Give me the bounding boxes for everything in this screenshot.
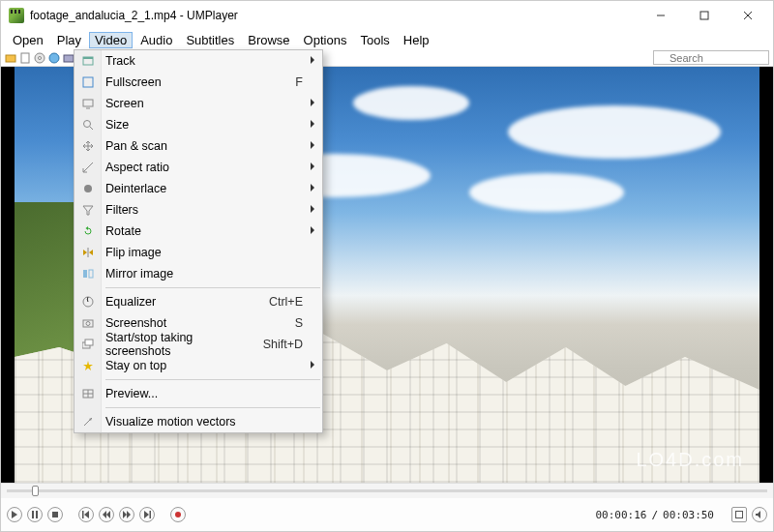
svg-marker-53 <box>127 511 131 518</box>
rotate-icon <box>80 223 96 239</box>
svg-marker-30 <box>89 250 93 255</box>
menu-separator <box>105 287 320 288</box>
svg-marker-52 <box>123 511 127 518</box>
stop-button[interactable] <box>47 507 63 522</box>
svg-line-22 <box>90 127 93 130</box>
svg-rect-32 <box>89 270 93 278</box>
tool-url-icon[interactable] <box>48 52 60 64</box>
menu-item-equalizer[interactable]: EqualizerCtrl+E <box>74 291 322 312</box>
menu-item-screen[interactable]: Screen <box>74 93 322 114</box>
svg-rect-57 <box>736 512 743 518</box>
menu-item-deinterlace[interactable]: Deinterlace <box>74 178 322 199</box>
menu-item-pan-scan[interactable]: Pan & scan <box>74 135 322 157</box>
tool-open-icon[interactable] <box>5 52 16 64</box>
menu-item-shortcut: Shift+D <box>263 338 303 351</box>
minimize-button[interactable] <box>639 2 682 29</box>
menu-play[interactable]: Play <box>51 32 87 48</box>
seek-bar[interactable] <box>1 483 773 498</box>
svg-marker-28 <box>86 226 89 230</box>
svg-rect-4 <box>6 55 15 62</box>
svg-rect-46 <box>36 511 38 518</box>
mute-button[interactable] <box>752 507 767 522</box>
svg-rect-18 <box>83 77 93 87</box>
menu-video[interactable]: Video <box>89 32 133 48</box>
tool-disc-icon[interactable] <box>34 52 45 64</box>
menu-item-preview[interactable]: Preview... <box>74 383 322 404</box>
svg-line-23 <box>83 163 93 172</box>
menu-options[interactable]: Options <box>298 32 353 48</box>
tool-file-icon[interactable] <box>19 52 31 64</box>
prev-button[interactable] <box>78 507 94 522</box>
menu-item-fullscreen[interactable]: FullscreenF <box>74 72 322 93</box>
menu-item-start-stop-taking-screenshots[interactable]: Start/stop taking screenshotsShift+D <box>74 334 322 355</box>
menu-audio[interactable]: Audio <box>134 32 178 48</box>
record-button[interactable] <box>170 507 186 522</box>
maximize-button[interactable] <box>682 2 726 29</box>
submenu-arrow-icon <box>311 120 314 128</box>
menu-item-label: Size <box>105 118 303 132</box>
filters-icon <box>80 202 96 218</box>
svg-marker-50 <box>103 511 106 518</box>
svg-rect-1 <box>700 12 708 19</box>
svg-marker-27 <box>83 206 93 215</box>
submenu-arrow-icon <box>311 56 314 64</box>
menu-item-aspect-ratio[interactable]: Aspect ratio <box>74 157 322 178</box>
fullscreen-button[interactable] <box>731 507 747 522</box>
menu-item-label: Track <box>105 54 303 68</box>
svg-point-35 <box>86 322 90 326</box>
window-title: footage_andalucia_2_1.mp4 - UMPlayer <box>30 9 238 22</box>
seek-thumb[interactable] <box>32 486 39 496</box>
video-menu-dropdown: TrackFullscreenFScreenSizePan & scanAspe… <box>74 49 323 433</box>
menu-item-label: Rotate <box>105 224 303 238</box>
playback-controls: 00:00:16 / 00:03:50 <box>1 498 773 531</box>
search-input[interactable] <box>653 50 769 65</box>
submenu-arrow-icon <box>311 163 314 170</box>
menu-item-label: Fullscreen <box>105 75 282 89</box>
svg-point-7 <box>39 56 42 59</box>
menu-help[interactable]: Help <box>398 32 435 48</box>
svg-point-26 <box>84 185 92 192</box>
menu-item-label: Preview... <box>105 387 303 400</box>
menu-item-mirror-image[interactable]: Mirror image <box>74 263 322 284</box>
svg-marker-38 <box>83 361 93 370</box>
menu-item-label: Deinterlace <box>105 182 303 195</box>
menu-item-label: Stay on top <box>105 359 303 372</box>
svg-point-21 <box>84 121 91 128</box>
forward-button[interactable] <box>119 507 134 522</box>
rewind-button[interactable] <box>99 507 114 522</box>
menu-item-visualize-motion-vectors[interactable]: Visualize motion vectors <box>74 411 322 432</box>
svg-rect-45 <box>32 511 34 518</box>
svg-marker-54 <box>144 511 149 518</box>
menu-item-shortcut: Ctrl+E <box>269 295 303 309</box>
vectors-icon <box>80 414 96 429</box>
titlebar: footage_andalucia_2_1.mp4 - UMPlayer <box>1 1 773 30</box>
menu-open[interactable]: Open <box>7 32 49 48</box>
pause-button[interactable] <box>27 507 43 522</box>
svg-marker-58 <box>756 511 760 518</box>
size-icon <box>80 117 96 133</box>
app-icon <box>9 8 24 23</box>
menu-tools[interactable]: Tools <box>354 32 395 48</box>
menu-item-label: Flip image <box>105 246 303 259</box>
menu-item-label: Screenshot <box>105 316 282 330</box>
menu-browse[interactable]: Browse <box>242 32 295 48</box>
menu-item-track[interactable]: Track <box>74 50 322 72</box>
svg-rect-5 <box>21 53 29 63</box>
menu-separator <box>105 407 320 408</box>
menu-item-rotate[interactable]: Rotate <box>74 221 322 242</box>
menu-subtitles[interactable]: Subtitles <box>180 32 240 48</box>
play-button[interactable] <box>7 507 22 522</box>
menu-item-label: Equalizer <box>105 295 255 309</box>
next-button[interactable] <box>139 507 155 522</box>
time-current: 00:00:16 <box>595 509 646 521</box>
equalizer-icon <box>80 294 96 310</box>
menu-item-size[interactable]: Size <box>74 114 322 135</box>
menu-item-shortcut: S <box>295 316 303 330</box>
close-button[interactable] <box>726 2 769 29</box>
time-separator: / <box>651 509 658 521</box>
menu-item-filters[interactable]: Filters <box>74 199 322 221</box>
menu-item-flip-image[interactable]: Flip image <box>74 242 322 263</box>
menu-item-stay-on-top[interactable]: Stay on top <box>74 355 322 376</box>
fullscreen-icon <box>80 74 96 90</box>
menu-item-label: Start/stop taking screenshots <box>105 331 250 358</box>
